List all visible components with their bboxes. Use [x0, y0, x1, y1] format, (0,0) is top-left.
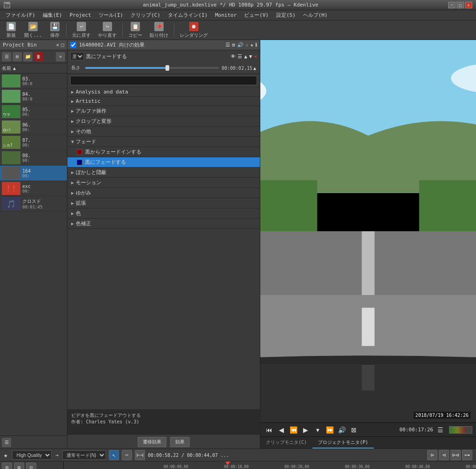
collapse-arrow-icon: ▶: [71, 108, 74, 114]
effects-search-input[interactable]: [70, 76, 257, 85]
paste-button[interactable]: 📌 貼り付け: [147, 21, 171, 40]
bin-footer-btn[interactable]: ☰: [2, 438, 11, 447]
star-filled-icon[interactable]: ★: [250, 42, 253, 48]
length-slider[interactable]: [85, 67, 219, 69]
quality-selector[interactable]: High Quality: [12, 450, 52, 460]
list-item[interactable]: !! exc 00:: [0, 181, 67, 196]
list-item[interactable]: ロバ 06. 00:: [0, 120, 67, 135]
speaker-icon[interactable]: 🔊: [237, 42, 244, 48]
effects-button[interactable]: 効果: [170, 437, 190, 447]
tree-item-crop[interactable]: ▶ クロップと変形: [67, 116, 260, 127]
minimize-button[interactable]: ─: [448, 2, 456, 8]
effects-header-buttons: ☰ ⊞ 🔊 ☆ ★ ℹ: [225, 42, 257, 48]
tree-item-distort[interactable]: ▶ ゆがみ: [67, 188, 260, 198]
menu-project[interactable]: Project: [66, 11, 95, 19]
list-icon[interactable]: ☰: [225, 42, 230, 48]
mode-selector[interactable]: 通常モード(N): [62, 450, 106, 460]
volume-button[interactable]: 🔊: [337, 425, 347, 435]
effect-delete-icon[interactable]: ✕: [254, 54, 257, 60]
menu-clip[interactable]: クリップ(C): [127, 11, 164, 20]
bin-view-btn[interactable]: ☰: [2, 52, 11, 61]
transition-button[interactable]: 遷移効果: [138, 437, 166, 447]
menu-edit[interactable]: 編集(E): [39, 11, 66, 20]
menu-monitor[interactable]: Monitor: [212, 11, 240, 19]
snap-btn-1[interactable]: ⊳: [427, 450, 437, 460]
tab-clip-monitor[interactable]: クリップモニタ(C): [260, 437, 312, 449]
bin-new-folder-btn[interactable]: 📁: [23, 52, 33, 61]
prev-frame-button[interactable]: ◀: [276, 425, 286, 435]
snap-btn-4[interactable]: ⊶: [462, 450, 472, 460]
maximize-button[interactable]: □: [456, 2, 464, 8]
redo-label: やり直す: [98, 32, 117, 39]
list-item[interactable]: 03. 00:0: [0, 74, 67, 89]
list-item[interactable]: 04. 00:0: [0, 89, 67, 104]
up-arrow-icon[interactable]: ▲: [244, 54, 247, 60]
cut-tool-button[interactable]: ✂: [122, 450, 132, 460]
tree-item-artistic[interactable]: ▶ Artistic: [67, 97, 260, 106]
undo-button[interactable]: ↩ 元に戻す: [69, 21, 93, 40]
rewind-button[interactable]: ⏪: [288, 425, 298, 435]
tree-item-color[interactable]: ▶ 色: [67, 208, 260, 219]
tree-item-fade[interactable]: ▼ フェード: [67, 137, 260, 147]
tree-item-color-correct[interactable]: ▶ 色補正: [67, 219, 260, 229]
tree-subitem-fade-out[interactable]: 黒にフェードする: [67, 157, 260, 168]
render-button[interactable]: ⏺ レンダリング: [177, 21, 211, 40]
list-item[interactable]: 164 00:: [0, 166, 67, 181]
project-bin-close[interactable]: ✕: [56, 42, 60, 48]
list-item[interactable]: シカ? 07. 00:: [0, 135, 67, 150]
down-arrow-icon[interactable]: ▼: [249, 54, 252, 60]
tl-fit-btn[interactable]: ⊞: [2, 462, 12, 469]
length-up-icon[interactable]: ▲: [253, 66, 256, 71]
play-button[interactable]: ▶: [300, 425, 311, 435]
effect-enabled-checkbox[interactable]: [70, 42, 76, 48]
menu-icon[interactable]: ☰: [238, 54, 242, 60]
grid-icon[interactable]: ⊞: [232, 42, 235, 48]
tree-item-other[interactable]: ▶ その他: [67, 127, 260, 137]
snap-btn-3[interactable]: ⊳⊲: [450, 450, 461, 460]
in-out-button[interactable]: ⊠: [349, 425, 359, 435]
effect-type-selector[interactable]: 黒: [70, 52, 84, 60]
menu-view[interactable]: ビュー(V): [240, 11, 272, 20]
tree-item-blur[interactable]: ▶ ぼかしと隠蔽: [67, 168, 260, 178]
list-item[interactable]: ウマ 05. 00:: [0, 104, 67, 120]
bin-delete-btn[interactable]: 🗑: [34, 52, 43, 61]
info-icon[interactable]: ℹ: [255, 42, 257, 48]
item-time: 00:: [22, 189, 65, 194]
tree-item-motion[interactable]: ▶ モーション: [67, 178, 260, 188]
project-bin-float[interactable]: □: [61, 42, 64, 48]
tree-item-analysis[interactable]: ▶ Analysis and data: [67, 87, 260, 97]
tree-item-expand[interactable]: ▶ 拡張: [67, 198, 260, 208]
tree-subitem-fade-in[interactable]: 黒からフェードインする: [67, 147, 260, 157]
jump-start-button[interactable]: ⏮: [264, 425, 274, 435]
close-button[interactable]: ✕: [465, 2, 472, 8]
fast-forward-button[interactable]: ⏩: [324, 425, 335, 435]
tl-zoom-in-btn[interactable]: ⊠: [14, 462, 24, 469]
tl-zoom-out-btn[interactable]: ⊟: [26, 462, 36, 469]
menu-help[interactable]: ヘルプ(H): [299, 11, 331, 20]
eye-icon[interactable]: 👁: [231, 54, 236, 60]
menu-timeline[interactable]: タイムライン(I): [164, 11, 212, 20]
split-tool-button[interactable]: ⊢⊣: [135, 450, 145, 460]
snap-btn-2[interactable]: ⊲: [439, 450, 449, 460]
item-info: exc 00:: [22, 184, 65, 194]
menu-settings[interactable]: 設定(S): [272, 11, 299, 20]
selection-tool-button[interactable]: ↖: [109, 450, 119, 460]
tree-item-alpha[interactable]: ▶ アルファ操作: [67, 106, 260, 116]
bin-more-btn[interactable]: »: [56, 52, 65, 61]
sort-arrow-up[interactable]: ▲: [13, 66, 16, 71]
save-button[interactable]: 💾 保存: [46, 21, 63, 40]
new-button[interactable]: 📄 新規: [3, 21, 20, 40]
menu-tools[interactable]: ツール(I): [95, 11, 127, 20]
open-button[interactable]: 📂 開く...: [21, 21, 45, 40]
timecode-menu-button[interactable]: ☰: [435, 425, 445, 435]
play-dropdown-button[interactable]: ▾: [312, 425, 323, 435]
list-item[interactable]: 08. 00:: [0, 150, 67, 166]
item-name: 06.: [22, 122, 65, 127]
list-item[interactable]: 🎵 クロスド 00:01:45: [0, 196, 67, 212]
tab-project-monitor[interactable]: プロジェクトモニタ(P): [312, 437, 374, 449]
menu-file[interactable]: ファイル(F): [2, 11, 39, 20]
star-outline-icon[interactable]: ☆: [245, 42, 249, 48]
copy-button[interactable]: 📋 コピー: [126, 21, 145, 40]
redo-button[interactable]: ↪ やり直す: [95, 21, 119, 40]
bin-grid-btn[interactable]: ⊞: [13, 52, 22, 61]
